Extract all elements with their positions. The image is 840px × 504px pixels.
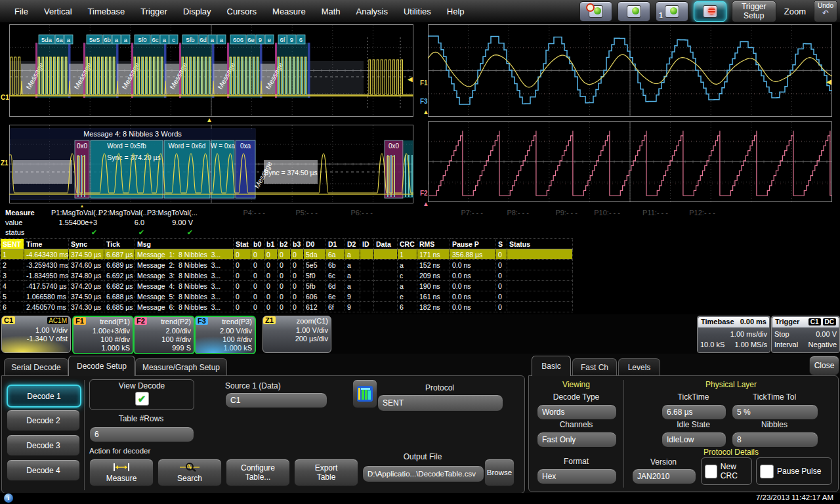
descriptor-f1[interactable]: F1trend(P1)1.00e+3/div100 #/div1.000 kS [72, 316, 134, 354]
pause-pulse-group[interactable]: Pause Pulse [756, 457, 832, 485]
export-table-button[interactable]: Export Table [294, 459, 358, 486]
menu-analysis[interactable]: Analysis [348, 4, 396, 19]
search-button[interactable]: Search [158, 459, 222, 486]
normal-trigger-button[interactable] [618, 1, 650, 22]
tab-fast-ch[interactable]: Fast Ch [572, 358, 617, 376]
menu-measure[interactable]: Measure [264, 4, 314, 19]
undo-button[interactable]: Undo ↶ [814, 0, 837, 22]
cell: 0 [278, 249, 291, 260]
cell: 0 [291, 270, 304, 281]
tab-serial-decode[interactable]: Serial Decode [4, 358, 68, 376]
table-row[interactable]: 62.450570 ms374.30 µs6.685 µsMessage 6: … [1, 302, 573, 312]
close-button[interactable]: Close [809, 356, 839, 375]
menu-trigger[interactable]: Trigger [133, 4, 175, 19]
cell: 0 [251, 291, 264, 302]
trend-grid[interactable] [428, 24, 832, 117]
decode-4-button[interactable]: Decode 4 [7, 459, 80, 481]
trend-zero-marker[interactable]: ▲ [423, 109, 429, 116]
c1-trace-label[interactable]: C1 [1, 94, 9, 101]
pause-pulse-checkbox[interactable] [760, 465, 774, 478]
view-decode-group[interactable]: View Decode ✔ [89, 379, 194, 410]
ticktime-field[interactable]: 6.68 µs [662, 404, 726, 420]
sent-decode-table[interactable]: SENTTimeSyncTickMsgStatb0b1b2b3D0D1D2IDD… [0, 238, 573, 312]
cell: 161 ns [417, 291, 450, 302]
zoom-grid[interactable]: Message 4: 8 Nibbles 3 Words0x0Word = 0x… [9, 125, 413, 203]
col-b3: b3 [291, 239, 304, 249]
version-field[interactable]: JAN2010 [632, 469, 696, 484]
decode-1-button[interactable]: Decode 1 [7, 385, 81, 408]
info-icon[interactable]: i [4, 494, 13, 503]
descriptor-f2[interactable]: F2trend(P2)2.00/div100 #/div999 S [133, 316, 195, 354]
view-decode-checkbox[interactable]: ✔ [135, 392, 149, 406]
decode-type-field[interactable]: Words [537, 404, 617, 420]
menu-cursors[interactable]: Cursors [219, 4, 265, 19]
ticktime-tol-field[interactable]: 5 % [732, 404, 818, 420]
svg-text:Word = 0x5fb: Word = 0x5fb [107, 142, 146, 150]
format-label: Format [537, 457, 616, 467]
measure-p3-status: ✔ [147, 228, 193, 237]
stop-trigger-button[interactable] [694, 1, 726, 22]
decode-3-button[interactable]: Decode 3 [7, 434, 80, 456]
auto-trigger-button[interactable] [579, 1, 612, 22]
measure-button[interactable]: Measure [89, 459, 154, 486]
table-row[interactable]: 1-4.643430 ms374.50 µs6.687 µsMessage 1:… [1, 249, 573, 260]
table-row[interactable]: 3-1.834950 ms374.80 µs6.692 µsMessage 3:… [1, 270, 573, 281]
new-crc-checkbox[interactable] [705, 465, 717, 478]
menu-display[interactable]: Display [175, 4, 219, 19]
single-trigger-button[interactable]: 1 [656, 1, 688, 22]
trigger-position-marker[interactable]: ▲ [206, 117, 213, 123]
c1-level-marker[interactable]: ◀ [408, 76, 413, 83]
descriptor-title: trend(P1) [100, 318, 130, 326]
decode-2-button[interactable]: Decode 2 [7, 410, 80, 431]
new-crc-group[interactable]: New CRC [701, 457, 752, 485]
f2-trace-label[interactable]: F2 [420, 190, 428, 197]
menu-timebase[interactable]: Timebase [80, 4, 133, 19]
decode-overview-grid[interactable]: 5da6aaMessage5e56baaMessage5f06cacMessag… [9, 24, 413, 117]
table-rows-field[interactable]: 6 [89, 427, 194, 442]
descriptor-c1[interactable]: C1AC1M1.00 V/div-1.340 V ofst [1, 316, 71, 353]
cell [374, 260, 398, 270]
source-field[interactable]: C1 [225, 392, 327, 408]
browse-button[interactable]: Browse [484, 459, 514, 486]
protocol-icon-button[interactable] [352, 379, 377, 408]
f1-level-marker[interactable]: ◀ [826, 79, 831, 85]
col-msg: Msg [135, 239, 234, 249]
cell [360, 291, 374, 302]
f3-trace-label[interactable]: F3 [420, 98, 428, 105]
saw-zero-marker[interactable]: ▲ [423, 201, 429, 207]
decode-type-label: Decode Type [537, 392, 616, 403]
menu-help[interactable]: Help [439, 4, 472, 19]
tab-basic[interactable]: Basic [532, 356, 571, 376]
timebase-descriptor[interactable]: Timebase0.00 ms 1.00 ms/div 10.0 kS1.00 … [697, 316, 770, 353]
cell [360, 302, 374, 312]
tab-decode-setup[interactable]: Decode Setup [68, 356, 135, 376]
tab-levels[interactable]: Levels [618, 358, 660, 376]
cell [360, 260, 374, 270]
trigger-setup-button[interactable]: Trigger Setup [732, 1, 776, 22]
output-file-field[interactable]: D:\Applicatio...\DecodeTable.csv [362, 465, 484, 482]
saw-grid[interactable] [428, 121, 832, 202]
protocol-field[interactable]: SENT [377, 394, 503, 411]
configure-table-button[interactable]: Configure Table... [226, 459, 290, 486]
button-label: Export Table [315, 463, 338, 482]
menu-math[interactable]: Math [314, 4, 348, 19]
table-row[interactable]: 51.066580 ms374.50 µs6.688 µsMessage 5: … [1, 291, 573, 302]
menu-file[interactable]: File [7, 4, 36, 19]
f1-trace-label[interactable]: F1 [420, 80, 428, 87]
descriptor-f3[interactable]: F3trend(P3)2.00 V/div100 #/div1.000 kS [194, 316, 256, 354]
trigger-descriptor[interactable]: Trigger C1DC Stop0.00 V IntervalNegative [771, 316, 840, 353]
menu-utilities[interactable]: Utilities [396, 4, 439, 19]
nibbles-field[interactable]: 8 [732, 432, 818, 448]
decode-table[interactable]: SENTTimeSyncTickMsgStatb0b1b2b3D0D1D2IDD… [0, 238, 572, 313]
format-field[interactable]: Hex [537, 469, 617, 484]
z1-trace-label[interactable]: Z1 [1, 160, 9, 167]
table-row[interactable]: 2-3.259430 ms374.60 µs6.689 µsMessage 2:… [1, 260, 573, 270]
menu-vertical[interactable]: Vertical [36, 4, 80, 19]
table-row[interactable]: 4-417.5740 µs374.20 µs6.682 µsMessage 4:… [1, 281, 573, 291]
tab-measure-graph-setup[interactable]: Measure/Graph Setup [135, 358, 227, 376]
measure-p5-name: P5:- - - [272, 209, 318, 217]
channels-field[interactable]: Fast Only [537, 432, 617, 448]
c1-glow [2, 335, 70, 352]
idle-state-field[interactable]: IdleLow [662, 432, 726, 448]
descriptor-z1[interactable]: Z1zoom(C1)1.00 V/div200 µs/div [262, 316, 331, 353]
